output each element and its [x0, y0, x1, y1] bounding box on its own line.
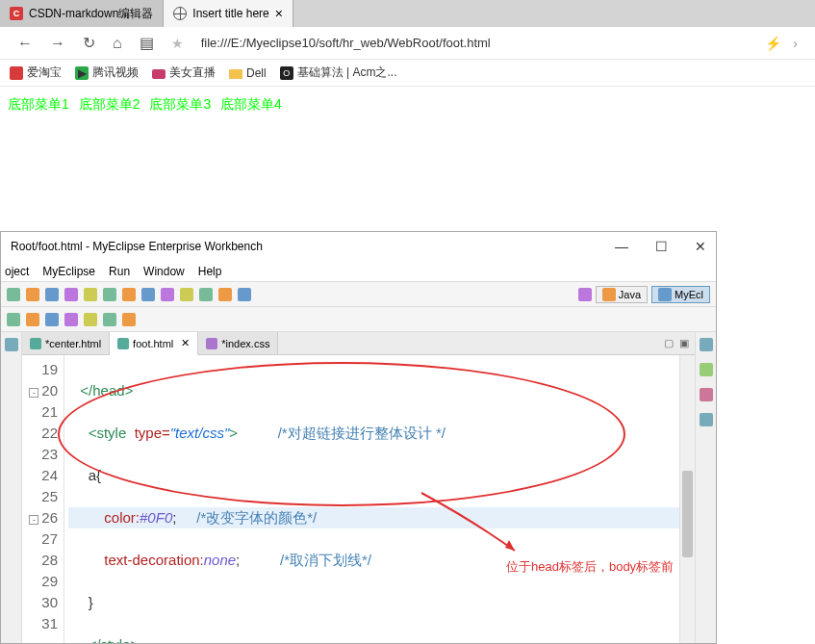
home-button[interactable]: ⌂	[113, 35, 122, 52]
browser-tab-strip: C CSDN-markdown编辑器 Insert title here ×	[0, 0, 815, 27]
toolbar-icon[interactable]	[84, 288, 97, 301]
editor-tab-foot[interactable]: foot.html✕	[110, 332, 198, 355]
minimize-view-icon[interactable]: ▢	[664, 337, 674, 349]
toolbar-icon[interactable]	[26, 313, 39, 326]
bookmark-dell[interactable]: Dell	[229, 66, 267, 80]
toolbar-icon[interactable]	[218, 288, 232, 301]
close-button[interactable]: ✕	[695, 239, 706, 254]
perspective-myeclipse[interactable]: MyEcl	[651, 286, 710, 303]
menu-run[interactable]: Run	[109, 265, 130, 278]
flash-icon[interactable]: ⚡	[765, 36, 781, 51]
toolbar-icon[interactable]	[84, 313, 97, 326]
toolbar-icon[interactable]	[199, 288, 213, 301]
toolbar-icon[interactable]	[64, 313, 78, 326]
browser-toolbar: ← → ↻ ⌂ ▤ ★ file:///E:/Myeclipse10/soft/…	[0, 27, 815, 60]
menu-project[interactable]: oject	[5, 265, 29, 278]
ide-toolbar: Java MyEcl	[1, 282, 716, 307]
fold-icon[interactable]: -	[29, 388, 38, 398]
line-gutter: 19 -20 21 22 23 24 25 -26 27 28 29 30 31	[22, 355, 64, 643]
ide-window: Root/foot.html - MyEclipse Enterprise Wo…	[0, 231, 717, 644]
annotation-text: 位于head标签后，body标签前	[506, 558, 674, 576]
view-icon[interactable]	[5, 338, 18, 351]
ide-toolbar-2	[1, 307, 716, 332]
css-icon	[206, 338, 217, 349]
close-icon[interactable]: ✕	[181, 337, 190, 349]
chevron-right-icon[interactable]: ›	[793, 36, 798, 51]
browser-tab-page[interactable]: Insert title here ×	[164, 0, 293, 27]
camera-icon	[152, 69, 166, 79]
view-icon[interactable]	[700, 363, 713, 376]
toolbar-icon[interactable]	[161, 288, 174, 301]
menu-myeclipse[interactable]: MyEclipse	[42, 265, 95, 278]
forward-button[interactable]: →	[50, 35, 65, 52]
menu-help[interactable]: Help	[198, 265, 222, 278]
url-text[interactable]: file:///E:/Myeclipse10/soft/hr_web/WebRo…	[201, 36, 491, 50]
bookmark-live[interactable]: 美女直播	[152, 64, 216, 81]
view-icon[interactable]	[700, 338, 713, 351]
csdn-icon: C	[10, 7, 23, 20]
folder-icon	[229, 69, 242, 79]
bookmarks-bar: 爱淘宝 ▶腾讯视频 美女直播 Dell O基础算法 | Acm之...	[0, 60, 815, 87]
fold-icon[interactable]: -	[29, 515, 38, 525]
view-icon[interactable]	[700, 413, 713, 426]
html-icon	[117, 338, 129, 349]
browser-tab-csdn[interactable]: C CSDN-markdown编辑器	[0, 0, 164, 27]
toolbar-icon[interactable]	[122, 313, 136, 326]
toolbar-icon[interactable]	[45, 288, 59, 301]
maximize-view-icon[interactable]: ▣	[679, 337, 689, 349]
toolbar-icon[interactable]	[7, 288, 20, 301]
view-icon[interactable]	[700, 388, 713, 401]
bookmark-aitaobao[interactable]: 爱淘宝	[10, 64, 62, 81]
bookmark-acm[interactable]: O基础算法 | Acm之...	[280, 64, 397, 81]
toolbar-icon[interactable]	[7, 313, 20, 326]
toolbar-icon[interactable]	[26, 288, 39, 301]
editor-tab-center[interactable]: *center.html	[22, 332, 110, 354]
bookmark-icon	[10, 66, 23, 80]
editor-tab-bar: *center.html foot.html✕ *index.css ▢ ▣	[22, 332, 695, 355]
toolbar-icon[interactable]	[141, 288, 155, 301]
code-editor[interactable]: 19 -20 21 22 23 24 25 -26 27 28 29 30 31…	[22, 355, 695, 643]
ide-right-trim	[695, 332, 716, 643]
back-button[interactable]: ←	[17, 35, 33, 52]
toolbar-icon[interactable]	[122, 288, 136, 301]
toolbar-icon[interactable]	[103, 288, 116, 301]
tab-label: Insert title here	[192, 7, 268, 20]
bookmark-icon: O	[280, 66, 293, 80]
bookmark-tencent[interactable]: ▶腾讯视频	[75, 64, 139, 81]
ide-title: Root/foot.html - MyEclipse Enterprise Wo…	[11, 240, 263, 253]
foot-link-2[interactable]: 底部菜单2	[79, 96, 140, 112]
globe-icon	[173, 7, 187, 20]
java-icon	[602, 288, 616, 301]
foot-link-1[interactable]: 底部菜单1	[8, 96, 69, 112]
perspective-switcher-icon[interactable]	[578, 288, 592, 301]
toolbar-icon[interactable]	[64, 288, 78, 301]
minimize-button[interactable]: —	[615, 239, 628, 254]
toolbar-icon[interactable]	[238, 288, 251, 301]
scrollbar-thumb[interactable]	[682, 471, 693, 557]
toolbar-right: ⚡ ›	[765, 36, 798, 51]
scrollbar[interactable]	[679, 355, 695, 643]
star-icon[interactable]: ★	[171, 36, 184, 51]
reader-button[interactable]: ▤	[140, 34, 154, 52]
maximize-button[interactable]: ☐	[655, 239, 668, 254]
myeclipse-icon	[658, 288, 672, 301]
code-area[interactable]: </head> <style type="text/css"> /*对超链接进行…	[64, 355, 679, 643]
toolbar-icon[interactable]	[180, 288, 193, 301]
reload-button[interactable]: ↻	[83, 34, 95, 52]
html-icon	[30, 338, 41, 349]
toolbar-icon[interactable]	[45, 313, 59, 326]
ide-left-trim	[1, 332, 22, 643]
toolbar-icon[interactable]	[103, 313, 116, 326]
ide-menubar: oject MyEclipse Run Window Help	[1, 261, 716, 282]
browser-viewport: 底部菜单1 底部菜单2 底部菜单3 底部菜单4	[0, 87, 815, 123]
editor-tab-index[interactable]: *index.css	[198, 332, 278, 354]
play-icon: ▶	[75, 66, 89, 80]
close-icon[interactable]: ×	[275, 6, 283, 21]
tab-label: CSDN-markdown编辑器	[29, 6, 153, 22]
menu-window[interactable]: Window	[143, 265, 185, 278]
perspective-java[interactable]: Java	[596, 286, 648, 303]
foot-link-3[interactable]: 底部菜单3	[149, 96, 211, 112]
ide-titlebar: Root/foot.html - MyEclipse Enterprise Wo…	[1, 232, 716, 261]
foot-link-4[interactable]: 底部菜单4	[220, 96, 282, 112]
